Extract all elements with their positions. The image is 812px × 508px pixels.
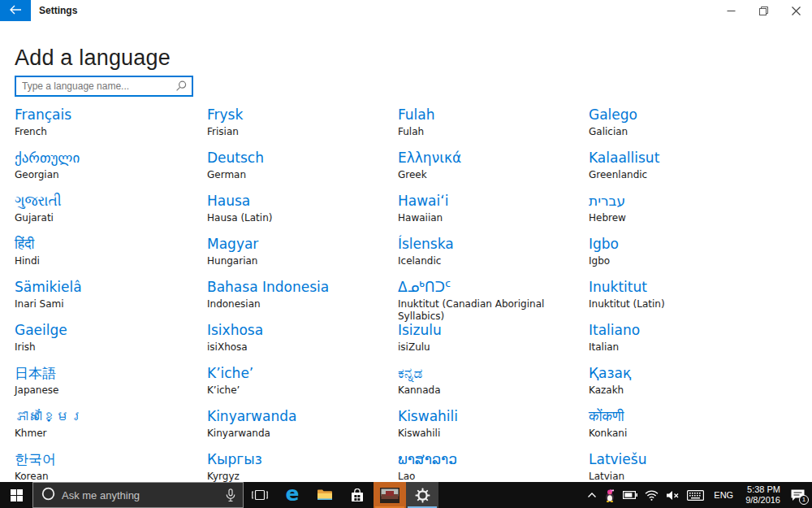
language-item[interactable]: InuktitutInuktitut (Latin): [589, 279, 780, 322]
back-button[interactable]: [0, 0, 31, 21]
language-item[interactable]: IsixhosaisiXhosa: [207, 322, 398, 365]
language-native-name: Inuktitut: [589, 279, 780, 296]
language-item[interactable]: ಕನ್ನಡKannada: [398, 365, 589, 408]
settings-app-button[interactable]: [406, 482, 438, 508]
page-title: Add a language: [15, 46, 171, 71]
tray-chevron-button[interactable]: [587, 492, 597, 498]
language-item[interactable]: ΕλληνικάGreek: [398, 150, 589, 193]
language-english-label: Indonesian: [207, 298, 398, 310]
language-english-label: Fulah: [398, 126, 589, 138]
language-item[interactable]: ქართულიGeorgian: [15, 150, 207, 193]
input-language-indicator[interactable]: ENG: [711, 490, 736, 500]
language-item[interactable]: FulahFulah: [398, 106, 589, 150]
task-view-icon: [252, 489, 268, 501]
clock: 5:38 PM 9/8/2016: [743, 484, 783, 506]
microphone-icon[interactable]: [226, 488, 235, 506]
language-item[interactable]: IgboIgbo: [589, 236, 780, 279]
language-english-label: Hebrew: [589, 212, 780, 224]
language-item[interactable]: K’iche’K’iche’: [207, 365, 398, 408]
language-item[interactable]: ҚазақKazakh: [589, 365, 780, 408]
language-english-label: Kyrgyz: [207, 471, 398, 483]
penguin-icon: [604, 488, 615, 502]
language-item[interactable]: KiswahiliKiswahili: [398, 408, 589, 451]
language-item[interactable]: KalaallisutGreenlandic: [589, 150, 780, 193]
windows-logo-icon: [11, 489, 23, 501]
language-item[interactable]: ÍslenskaIcelandic: [398, 236, 589, 279]
language-item[interactable]: FryskFrisian: [207, 106, 398, 150]
language-english-label: Greenlandic: [589, 169, 780, 181]
language-native-name: עברית: [589, 193, 780, 210]
language-item[interactable]: HausaHausa (Latin): [207, 193, 398, 236]
tray-time[interactable]: 5:38 PM: [747, 484, 780, 494]
language-english-label: Inuktitut (Latin): [589, 298, 780, 310]
language-item[interactable]: हिंदीHindi: [15, 236, 207, 279]
notification-badge: 1: [799, 495, 809, 505]
minimize-button[interactable]: [715, 0, 747, 21]
cortana-search-box[interactable]: Ask me anything: [32, 482, 244, 508]
language-item[interactable]: GalegoGalician: [589, 106, 780, 150]
language-item[interactable]: עבריתHebrew: [589, 193, 780, 236]
cortana-icon: [41, 487, 55, 504]
language-item[interactable]: ភាសាខ្មែរKhmer: [15, 408, 207, 451]
language-item[interactable]: FrançaisFrench: [15, 106, 207, 150]
language-item[interactable]: SämikielâInari Sami: [15, 279, 207, 322]
language-native-name: Hawaiʻi: [398, 193, 589, 210]
language-item[interactable]: IsizuluisiZulu: [398, 322, 589, 365]
network-button[interactable]: [645, 490, 659, 501]
tray-date[interactable]: 9/8/2016: [745, 495, 780, 505]
language-item[interactable]: ગુજરાતીGujarati: [15, 193, 207, 236]
language-english-label: Igbo: [589, 255, 780, 267]
language-english-label: Greek: [398, 169, 589, 181]
language-item[interactable]: 日本語Japanese: [15, 365, 207, 408]
task-view-button[interactable]: [244, 482, 276, 508]
language-item[interactable]: Bahasa IndonesiaIndonesian: [207, 279, 398, 322]
language-native-name: ქართული: [15, 150, 207, 167]
language-item[interactable]: MagyarHungarian: [207, 236, 398, 279]
language-item[interactable]: ᐃᓄᒃᑎᑐᑦInuktitut (Canadian Aboriginal Syl…: [398, 279, 589, 322]
restore-button[interactable]: [747, 0, 780, 21]
language-english-label: Frisian: [207, 126, 398, 138]
language-native-name: Fulah: [398, 106, 589, 124]
touch-keyboard-button[interactable]: [687, 490, 704, 501]
photo-thumbnail-icon: [380, 488, 400, 503]
tray-app-button[interactable]: [604, 488, 615, 502]
settings-gear-icon: [415, 488, 430, 503]
language-english-label: German: [207, 169, 398, 181]
search-input[interactable]: [15, 76, 193, 97]
language-english-label: K’iche’: [207, 384, 398, 397]
volume-button[interactable]: [666, 490, 680, 501]
battery-icon: [623, 491, 637, 499]
language-grid: FrançaisFrenchFryskFrisianFulahFulahGale…: [15, 106, 780, 494]
action-center-button[interactable]: 1: [790, 488, 806, 502]
language-native-name: K’iche’: [207, 365, 398, 382]
language-native-name: हिंदी: [15, 236, 207, 253]
language-english-label: Hausa (Latin): [207, 212, 398, 224]
language-item[interactable]: DeutschGerman: [207, 150, 398, 193]
language-native-name: Íslenska: [398, 236, 589, 253]
chevron-up-icon: [587, 492, 597, 498]
language-english-label: Hungarian: [207, 255, 398, 267]
language-native-name: Hausa: [207, 193, 398, 210]
language-item[interactable]: GaeilgeIrish: [15, 322, 207, 365]
start-button[interactable]: [0, 482, 32, 508]
close-button[interactable]: [780, 0, 812, 21]
language-english-label: Korean: [15, 471, 207, 483]
language-native-name: Ελληνικά: [398, 150, 589, 167]
language-native-name: कोंकणी: [589, 408, 780, 425]
edge-button[interactable]: e: [276, 482, 309, 508]
language-english-label: Latvian: [589, 471, 780, 483]
wifi-icon: [645, 490, 659, 501]
language-item[interactable]: HawaiʻiHawaiian: [398, 193, 589, 236]
language-item[interactable]: KinyarwandaKinyarwanda: [207, 408, 398, 451]
battery-button[interactable]: [623, 491, 637, 499]
language-english-label: Gujarati: [15, 212, 207, 224]
store-button[interactable]: [341, 482, 374, 508]
language-item[interactable]: कोंकणीKonkani: [589, 408, 780, 451]
language-native-name: Italiano: [589, 322, 780, 339]
language-english-label: French: [15, 126, 207, 138]
language-item[interactable]: ItalianoItalian: [589, 322, 780, 365]
language-search: [15, 76, 193, 97]
flashing-app-button[interactable]: [374, 482, 406, 508]
language-english-label: Icelandic: [398, 255, 589, 267]
file-explorer-button[interactable]: [309, 482, 341, 508]
